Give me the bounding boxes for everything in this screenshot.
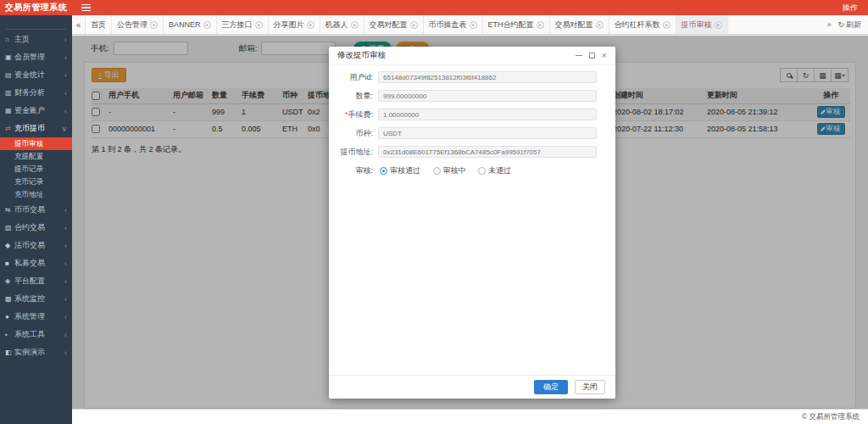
- wallet-icon: ▦: [5, 107, 14, 114]
- maximize-icon[interactable]: [589, 53, 595, 59]
- close-icon[interactable]: [470, 21, 477, 29]
- analysis-icon: ▥: [5, 89, 14, 97]
- tab-banner[interactable]: BANNER: [164, 15, 217, 34]
- sidebar-item-system-monitor[interactable]: ▩ 系统监控 ‹: [0, 290, 72, 308]
- chevron-left-icon: ‹: [64, 71, 67, 80]
- close-icon[interactable]: [410, 21, 418, 29]
- userid-input[interactable]: [378, 71, 597, 83]
- sidebar-item-deposit-withdraw[interactable]: ⇄ 充币提币 ∨: [0, 120, 72, 137]
- sidebar-item-system-tools[interactable]: ▪ 系统工具 ‹: [0, 326, 72, 343]
- chevron-left-icon: ‹: [64, 295, 67, 304]
- fee-label: *手续费:: [329, 109, 373, 120]
- tools-icon: ▪: [5, 331, 14, 338]
- tab-share-image[interactable]: 分享图片: [269, 15, 320, 34]
- sidebar-item-platform-config[interactable]: ◈ 平台配置 ‹: [0, 272, 72, 290]
- sidebar-item-fiat-trade[interactable]: ◆ 法币交易 ‹: [0, 237, 72, 254]
- private-icon: ■: [5, 259, 14, 267]
- tab-notice-manage[interactable]: 公告管理: [112, 15, 164, 34]
- tabs-scroll-right-icon[interactable]: »: [826, 20, 831, 29]
- tab-withdraw-audit[interactable]: 提币审核: [676, 15, 728, 34]
- tab-home[interactable]: 首页: [86, 15, 112, 34]
- chevron-left-icon: ‹: [64, 313, 67, 321]
- confirm-button[interactable]: 确定: [534, 380, 568, 394]
- close-icon[interactable]: [203, 21, 211, 29]
- close-icon[interactable]: [715, 21, 722, 29]
- tab-eth-contract-config[interactable]: ETH合约配置: [483, 15, 550, 34]
- radio-rejected[interactable]: 未通过: [478, 165, 511, 176]
- sidebar-item-private-trade[interactable]: ■ 私募交易 ‹: [0, 254, 72, 272]
- address-label: 提币地址:: [329, 147, 373, 158]
- cancel-button[interactable]: 关闭: [575, 380, 605, 394]
- chevron-down-icon: ∨: [61, 125, 67, 133]
- chevron-left-icon: ‹: [64, 331, 67, 339]
- modal-title: 修改提币审核: [337, 50, 386, 61]
- chevron-left-icon: ‹: [64, 277, 67, 286]
- sidebar-item-demo[interactable]: ◧ 实例演示 ‹: [0, 343, 72, 361]
- sidebar-item-system-manage[interactable]: ● 系统管理 ‹: [0, 308, 72, 326]
- close-icon[interactable]: [150, 21, 158, 29]
- sidebar-item-deposit-address[interactable]: 充币地址: [0, 188, 72, 201]
- sidebar-item-fund-accounts[interactable]: ▦ 资金账户 ‹: [0, 102, 72, 120]
- radio-icon: [478, 167, 486, 175]
- sidebar-item-withdraw-audit[interactable]: 提币审核: [0, 137, 72, 150]
- exchange-icon: ⇄: [5, 125, 14, 132]
- sidebar-item-home[interactable]: ⌂ 主页 ‹: [0, 31, 72, 48]
- fiat-icon: ◆: [5, 242, 14, 249]
- radio-approved[interactable]: 审核通过: [380, 165, 420, 176]
- userid-label: 用户id:: [329, 72, 373, 83]
- close-icon[interactable]: [537, 21, 544, 29]
- tab-leverage-coefficient[interactable]: 合约杠杆系数: [609, 15, 676, 34]
- refresh-icon: ↻: [837, 20, 844, 29]
- sidebar-item-deposit-records[interactable]: 充币记录: [0, 176, 72, 188]
- close-icon[interactable]: [351, 21, 359, 29]
- radio-pending[interactable]: 审核中: [433, 165, 466, 176]
- chevron-left-icon: ‹: [64, 206, 67, 215]
- chevron-left-icon: ‹: [64, 349, 67, 357]
- chevron-left-icon: ‹: [64, 259, 67, 268]
- close-icon[interactable]: [663, 21, 670, 29]
- chevron-left-icon: ‹: [64, 107, 67, 115]
- sidebar-item-finance-analysis[interactable]: ▥ 财务分析 ‹: [0, 84, 72, 102]
- sidebar-item-coin-trade[interactable]: ⇆ 币币交易 ‹: [0, 201, 72, 219]
- close-icon[interactable]: [255, 21, 263, 29]
- radio-icon: [433, 167, 441, 175]
- sidebar-item-deposit-withdraw-config[interactable]: 充提配置: [0, 150, 72, 163]
- sidebar-submenu: 提币审核 充提配置 提币记录 充币记录 充币地址: [0, 137, 72, 201]
- stats-icon: ▤: [5, 71, 14, 79]
- coin-input[interactable]: [378, 127, 597, 139]
- close-icon[interactable]: [596, 21, 604, 29]
- sidebar: ⌂ 主页 ‹ ▣ 会员管理 ‹ ▤ 资金统计 ‹ ▥ 财务分析 ‹ ▦ 资金账户…: [0, 15, 72, 424]
- amount-input[interactable]: [378, 90, 597, 102]
- tab-pair-config-2[interactable]: 交易对配置: [550, 15, 609, 34]
- tab-coin-market-table[interactable]: 币币操盘表: [424, 15, 483, 34]
- chevron-left-icon: ‹: [64, 224, 67, 232]
- sidebar-item-contract-trade[interactable]: ▧ 合约交易 ‹: [0, 219, 72, 237]
- tab-robot[interactable]: 机器人: [320, 15, 364, 34]
- top-bar: 交易所管理系统 操作: [0, 0, 868, 15]
- refresh-button[interactable]: ↻ 刷新: [837, 20, 861, 31]
- address-input[interactable]: [378, 146, 597, 158]
- contract-icon: ▧: [5, 224, 14, 232]
- radio-icon: [380, 167, 387, 175]
- chevron-left-icon: ‹: [64, 89, 67, 98]
- sidebar-item-withdraw-records[interactable]: 提币记录: [0, 163, 72, 176]
- menu-toggle-icon[interactable]: [81, 4, 91, 12]
- chevron-left-icon: ‹: [64, 36, 67, 44]
- minimize-icon[interactable]: [576, 55, 582, 57]
- desktop-icon: ◧: [5, 349, 14, 356]
- close-icon[interactable]: [307, 21, 314, 29]
- tab-bar: « 首页 公告管理 BANNER 三方接口 分享图片 机器人 交易对配置 币币操…: [72, 15, 868, 35]
- sidebar-divider: [7, 17, 65, 30]
- close-icon[interactable]: ×: [602, 52, 607, 59]
- tab-pair-config-1[interactable]: 交易对配置: [364, 15, 424, 34]
- tabs-scroll-left-icon[interactable]: «: [72, 15, 86, 34]
- tab-third-party[interactable]: 三方接口: [217, 15, 269, 34]
- fee-input[interactable]: [378, 109, 597, 120]
- sidebar-item-fund-stats[interactable]: ▤ 资金统计 ‹: [0, 66, 72, 84]
- sidebar-item-members[interactable]: ▣ 会员管理 ‹: [0, 48, 72, 66]
- platform-icon: ◈: [5, 277, 14, 285]
- chevron-left-icon: ‹: [64, 242, 67, 250]
- chevron-left-icon: ‹: [64, 53, 67, 62]
- gear-icon: ●: [5, 313, 14, 321]
- topbar-action-menu[interactable]: 操作: [843, 3, 858, 14]
